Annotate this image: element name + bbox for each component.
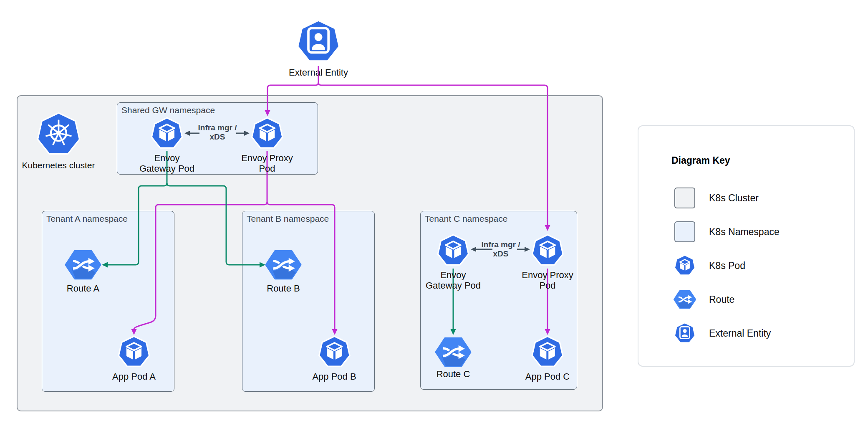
shared-envoy-proxy-pod-label: Envoy Proxy Pod <box>241 153 293 174</box>
app-pod-b-label: App Pod B <box>312 371 356 382</box>
arrowhead <box>131 329 137 335</box>
node-route-c: Route C <box>434 336 472 379</box>
kubernetes-icon <box>35 111 82 158</box>
arrowhead <box>102 262 108 268</box>
external-entity-label: External Entity <box>289 67 348 78</box>
route-icon <box>265 248 302 281</box>
tenantc-envoy-proxy-pod-label: Envoy Proxy Pod <box>522 270 573 291</box>
tenantc-envoy-gateway-pod-label: Envoy Gateway Pod <box>426 270 481 291</box>
app-pod-a-label: App Pod A <box>112 371 156 382</box>
node-shared-envoy-proxy-pod: Envoy Proxy Pod <box>241 117 293 174</box>
diagram-canvas: Shared GW namespace Tenant A namespace T… <box>0 0 868 426</box>
route-icon <box>64 248 102 281</box>
node-tenantc-envoy-proxy-pod: Envoy Proxy Pod <box>522 233 573 291</box>
arrowhead <box>545 329 550 335</box>
edge-external-to-tenantc-proxy <box>318 82 548 225</box>
route-b-label: Route B <box>267 283 300 294</box>
node-shared-envoy-gateway-pod: Envoy Gateway Pod <box>139 117 194 174</box>
edge-gateway-to-route-b <box>167 183 260 265</box>
kubernetes-cluster-label: Kubernetes cluster <box>22 160 95 170</box>
external-entity-icon <box>295 18 342 65</box>
app-pod-c-label: App Pod C <box>525 371 570 382</box>
node-route-a: Route A <box>64 248 102 294</box>
route-c-label: Route C <box>437 369 470 379</box>
pod-icon <box>250 117 284 151</box>
arrowhead <box>265 110 270 116</box>
pod-icon <box>117 335 151 369</box>
tenantc-xds-link-label: Infra mgr / xDS <box>474 240 528 259</box>
pod-icon <box>530 335 565 369</box>
node-app-pod-c: App Pod C <box>525 335 570 382</box>
shared-envoy-gateway-pod-label: Envoy Gateway Pod <box>139 153 194 174</box>
node-kubernetes-cluster: Kubernetes cluster <box>22 111 95 170</box>
node-app-pod-a: App Pod A <box>112 335 156 382</box>
shared-xds-link-label: Infra mgr / xDS <box>190 123 245 142</box>
node-external-entity: External Entity <box>289 18 348 78</box>
pod-icon <box>530 233 565 268</box>
route-a-label: Route A <box>67 283 99 294</box>
arrowhead <box>545 225 550 231</box>
route-icon <box>434 336 472 368</box>
arrowhead <box>451 329 456 335</box>
node-route-b: Route B <box>265 248 302 294</box>
node-app-pod-b: App Pod B <box>312 335 356 382</box>
node-tenantc-envoy-gateway-pod: Envoy Gateway Pod <box>426 233 481 291</box>
pod-icon <box>150 117 184 151</box>
pod-icon <box>436 233 470 268</box>
edge-proxy-to-app-a <box>134 151 267 329</box>
pod-icon <box>317 335 351 369</box>
arrowhead <box>332 329 338 335</box>
